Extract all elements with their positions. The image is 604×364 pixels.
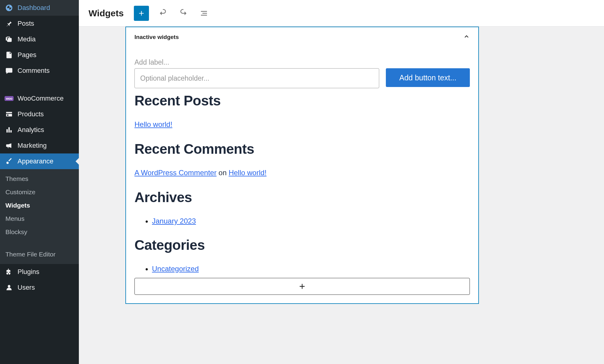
pages-icon (5, 51, 13, 59)
pin-icon (5, 19, 13, 28)
sidebar-item-media[interactable]: Media (0, 31, 79, 47)
editor-topbar: Widgets (79, 0, 604, 27)
products-icon (5, 110, 13, 118)
sidebar-label: Products (18, 110, 44, 118)
sidebar-item-appearance[interactable]: Appearance (0, 153, 79, 169)
sidebar-item-products[interactable]: Products (0, 106, 79, 122)
connector-text: on (217, 169, 229, 177)
recent-post-link[interactable]: Hello world! (134, 120, 172, 128)
append-block-button[interactable] (134, 278, 470, 295)
sidebar-label: Analytics (18, 126, 44, 134)
sidebar-item-analytics[interactable]: Analytics (0, 122, 79, 138)
sidebar-item-woocommerce[interactable]: woo WooCommerce (0, 91, 79, 106)
sidebar-item-comments[interactable]: Comments (0, 63, 79, 79)
undo-button[interactable] (156, 7, 170, 20)
recent-comments-heading: Recent Comments (134, 141, 470, 157)
appearance-submenu: Themes Customize Widgets Menus Blocksy T… (0, 169, 79, 264)
panel-header[interactable]: Inactive widgets (126, 27, 478, 45)
submenu-item-widgets[interactable]: Widgets (0, 199, 79, 212)
woocommerce-icon: woo (5, 94, 13, 103)
search-input[interactable] (134, 68, 379, 88)
submenu-item-menus[interactable]: Menus (0, 212, 79, 225)
sidebar-label: Users (18, 284, 35, 292)
sidebar-label: Pages (18, 51, 36, 59)
submenu-item-customize[interactable]: Customize (0, 185, 79, 199)
search-button[interactable]: Add button text... (386, 68, 470, 87)
sidebar-item-users[interactable]: Users (0, 280, 79, 292)
list-view-button[interactable] (197, 7, 211, 20)
page-title: Widgets (89, 8, 124, 18)
sidebar-item-marketing[interactable]: Marketing (0, 138, 79, 153)
media-icon (5, 35, 13, 43)
list-item: January 2023 (152, 217, 470, 225)
search-block: Add button text... (134, 68, 470, 88)
sidebar-item-plugins[interactable]: Plugins (0, 264, 79, 280)
submenu-item-themes[interactable]: Themes (0, 172, 79, 185)
sidebar-label: Marketing (18, 142, 47, 150)
archives-list: January 2023 (134, 217, 470, 225)
label-placeholder[interactable]: Add label... (134, 58, 470, 66)
submenu-item-blocksy[interactable]: Blocksy (0, 225, 79, 239)
sidebar-label: Media (18, 35, 36, 43)
sidebar-label: Posts (18, 20, 34, 27)
comment-post-link[interactable]: Hello world! (229, 169, 266, 177)
sidebar-label: Comments (18, 67, 50, 75)
sidebar-item-posts[interactable]: Posts (0, 16, 79, 31)
archive-link[interactable]: January 2023 (152, 217, 196, 225)
editor-canvas: Inactive widgets Add label... Add button… (79, 27, 604, 364)
megaphone-icon (5, 141, 13, 150)
analytics-icon (5, 126, 13, 134)
collapse-toggle[interactable] (463, 33, 470, 41)
recent-comments-widget[interactable]: Recent Comments A WordPress Commenter on… (134, 141, 470, 177)
submenu-item-theme-file-editor[interactable]: Theme File Editor (0, 248, 79, 261)
categories-heading: Categories (134, 237, 470, 253)
comments-icon (5, 66, 13, 75)
archives-heading: Archives (134, 189, 470, 205)
sidebar-label: WooCommerce (18, 95, 63, 102)
sidebar-label: Appearance (18, 157, 53, 165)
inactive-widgets-panel[interactable]: Inactive widgets Add label... Add button… (125, 27, 479, 304)
category-link[interactable]: Uncategorized (152, 265, 199, 273)
panel-title: Inactive widgets (134, 34, 179, 40)
dashboard-icon (5, 4, 13, 12)
panel-body: Add label... Add button text... Recent P… (126, 58, 478, 303)
categories-widget[interactable]: Categories Uncategorized (134, 237, 470, 273)
comment-author-link[interactable]: A WordPress Commenter (134, 169, 217, 177)
sidebar-label: Dashboard (18, 4, 50, 12)
main-content: Widgets Inactive widgets (79, 0, 604, 364)
add-block-button[interactable] (134, 6, 149, 21)
categories-list: Uncategorized (134, 265, 470, 273)
recent-posts-heading: Recent Posts (134, 92, 470, 109)
users-icon (5, 283, 13, 292)
brush-icon (5, 157, 13, 166)
plugin-icon (5, 268, 13, 276)
sidebar-label: Plugins (18, 268, 39, 276)
archives-widget[interactable]: Archives January 2023 (134, 189, 470, 225)
sidebar-item-pages[interactable]: Pages (0, 47, 79, 63)
list-item: Uncategorized (152, 265, 470, 273)
recent-comment-item: A WordPress Commenter on Hello world! (134, 169, 266, 177)
redo-button[interactable] (177, 7, 190, 20)
admin-sidebar: Dashboard Posts Media Pages Comments (0, 0, 79, 364)
recent-posts-widget[interactable]: Recent Posts Hello world! (134, 92, 470, 129)
sidebar-item-dashboard[interactable]: Dashboard (0, 0, 79, 16)
